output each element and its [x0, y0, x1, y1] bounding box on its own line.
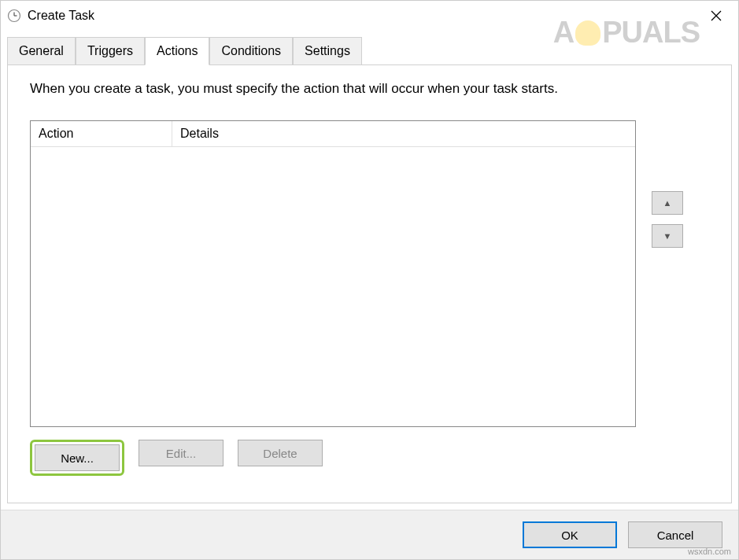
- new-button-highlight: New...: [30, 440, 124, 476]
- new-button[interactable]: New...: [35, 444, 120, 471]
- reorder-controls: ▲ ▼: [652, 191, 683, 248]
- tab-triggers[interactable]: Triggers: [76, 37, 145, 64]
- triangle-down-icon: ▼: [663, 231, 672, 241]
- tab-settings[interactable]: Settings: [293, 37, 362, 64]
- column-header-details[interactable]: Details: [172, 121, 635, 146]
- tab-strip: General Triggers Actions Conditions Sett…: [1, 37, 738, 65]
- clock-icon: [7, 9, 21, 23]
- create-task-window: Create Task APUALS General Triggers Acti…: [0, 0, 739, 560]
- delete-button[interactable]: Delete: [238, 440, 323, 466]
- cancel-button[interactable]: Cancel: [628, 521, 722, 548]
- dialog-footer: OK Cancel: [1, 510, 738, 559]
- edit-button[interactable]: Edit...: [139, 440, 224, 466]
- triangle-up-icon: ▲: [663, 198, 672, 208]
- column-header-action[interactable]: Action: [31, 121, 172, 146]
- actions-panel: When you create a task, you must specify…: [7, 64, 732, 503]
- move-up-button[interactable]: ▲: [652, 191, 683, 215]
- table-header: Action Details: [31, 121, 635, 147]
- window-title: Create Task: [28, 9, 700, 23]
- titlebar: Create Task: [1, 1, 738, 31]
- action-button-row: New... Edit... Delete: [30, 440, 709, 476]
- tab-conditions[interactable]: Conditions: [209, 37, 293, 64]
- tab-general[interactable]: General: [7, 37, 76, 64]
- instruction-text: When you create a task, you must specify…: [30, 81, 709, 97]
- tab-actions[interactable]: Actions: [145, 37, 209, 65]
- ok-button[interactable]: OK: [523, 521, 617, 548]
- move-down-button[interactable]: ▼: [652, 224, 683, 248]
- close-button[interactable]: [700, 4, 732, 28]
- actions-table[interactable]: Action Details: [30, 120, 636, 427]
